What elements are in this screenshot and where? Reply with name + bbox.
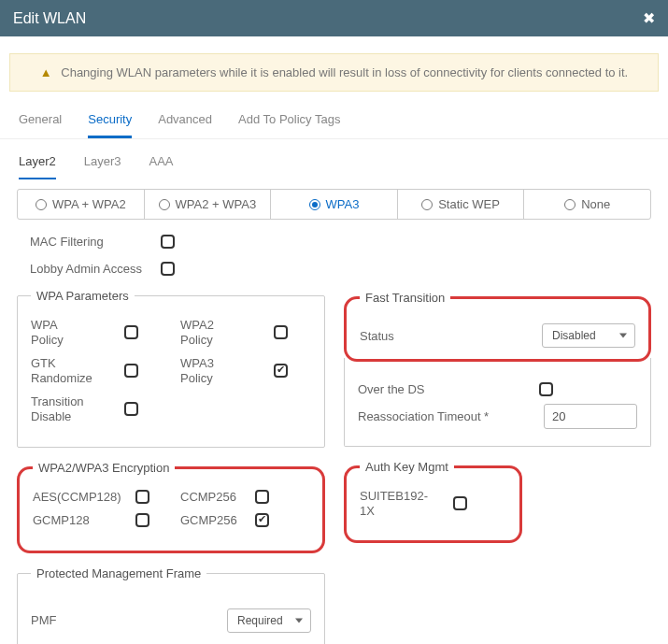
mac-filtering-label: MAC Filtering [30,235,161,249]
wpa3-policy-label: WPA3 Policy [180,356,264,385]
ft-status-label: Status [360,329,394,343]
ft-status-select[interactable]: Disabled [542,323,635,348]
encryption-group: WPA2/WPA3 Encryption AES(CCMP128) GCMP12… [17,461,325,553]
gcmp256-label: GCMP256 [180,513,246,528]
lobby-admin-label: Lobby Admin Access [30,262,161,276]
gcmp128-label: GCMP128 [33,513,126,528]
pmf-label: PMF [31,613,218,628]
pmf-select[interactable]: Required [227,608,311,633]
over-the-ds-checkbox[interactable] [539,382,553,396]
radio-icon [421,199,433,210]
transition-disable-checkbox[interactable] [124,402,138,416]
pmf-legend: Protected Management Frame [31,566,206,580]
gcmp256-checkbox[interactable] [255,513,269,527]
ccmp256-checkbox[interactable] [255,490,269,504]
reassoc-timeout-input[interactable] [544,404,637,429]
seg-wpa3[interactable]: WPA3 [271,190,398,219]
warning-banner: ▲ Changing WLAN parameters while it is e… [9,53,659,92]
ccmp256-label: CCMP256 [180,490,246,505]
suiteb192-1x-label: SUITEB192- 1X [360,489,444,518]
window-title: Edit WLAN [13,10,86,27]
mac-filtering-checkbox[interactable] [161,235,175,249]
seg-wpa-wpa2[interactable]: WPA + WPA2 [18,190,145,219]
radio-icon [159,199,170,210]
pmf-group: Protected Management Frame PMF Required … [17,566,325,644]
main-tabs: General Security Advanced Add To Policy … [0,101,668,139]
security-mode-segmented: WPA + WPA2 WPA2 + WPA3 WPA3 Static WEP N… [17,189,651,220]
wpa-policy-checkbox[interactable] [124,325,138,339]
over-the-ds-label: Over the DS [358,382,425,396]
warning-text: Changing WLAN parameters while it is ena… [61,65,628,79]
close-icon[interactable]: ✖ [643,9,655,27]
radio-icon [36,199,47,210]
auth-key-mgmt-legend: Auth Key Mgmt [360,460,454,474]
reassoc-timeout-label: Reassociation Timeout * [358,409,489,423]
layer2-panel: WPA + WPA2 WPA2 + WPA3 WPA3 Static WEP N… [0,179,668,644]
tab-general[interactable]: General [19,107,62,138]
aes-ccmp128-checkbox[interactable] [135,490,149,504]
wpa-policy-label: WPA Policy [31,318,115,347]
fast-transition-legend: Fast Transition [360,291,450,305]
warning-icon: ▲ [40,65,52,79]
wpa2-policy-label: WPA2 Policy [180,318,264,347]
auth-key-mgmt-group: Auth Key Mgmt SUITEB192- 1X [344,460,522,543]
subtab-aaa[interactable]: AAA [149,149,174,179]
tab-security[interactable]: Security [88,107,132,138]
lobby-admin-checkbox[interactable] [161,262,175,276]
radio-icon [564,199,576,210]
fast-transition-group: Fast Transition Status Disabled [344,291,651,362]
tab-advanced[interactable]: Advanced [158,107,212,138]
security-subtabs: Layer2 Layer3 AAA [0,139,668,179]
gtk-randomize-label: GTK Randomize [31,356,115,385]
seg-none[interactable]: None [524,190,650,219]
subtab-layer3[interactable]: Layer3 [84,149,121,179]
gtk-randomize-checkbox[interactable] [124,364,138,378]
suiteb192-1x-checkbox[interactable] [453,496,467,510]
subtab-layer2[interactable]: Layer2 [19,149,56,179]
wpa-parameters-legend: WPA Parameters [31,289,135,303]
wpa2-policy-checkbox[interactable] [274,325,288,339]
encryption-legend: WPA2/WPA3 Encryption [33,461,175,475]
title-bar: Edit WLAN ✖ [0,0,668,36]
wpa3-policy-checkbox[interactable] [274,364,288,378]
gcmp128-checkbox[interactable] [135,513,149,527]
seg-wpa2-wpa3[interactable]: WPA2 + WPA3 [145,190,272,219]
seg-static-wep[interactable]: Static WEP [398,190,525,219]
radio-icon [309,199,320,210]
tab-policy-tags[interactable]: Add To Policy Tags [238,107,340,138]
wpa-parameters-group: WPA Parameters WPA Policy GTK Randomize … [17,289,325,448]
transition-disable-label: Transition Disable [31,394,115,423]
aes-ccmp128-label: AES(CCMP128) [33,490,126,505]
